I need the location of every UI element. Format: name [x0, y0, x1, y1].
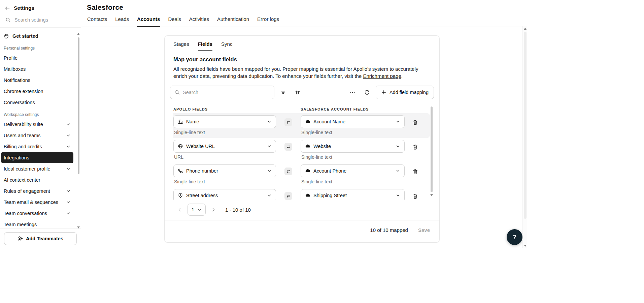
app-window: Settings Get started Personal settings P…	[0, 0, 527, 248]
tab-fields[interactable]: Fields	[198, 41, 212, 51]
tab-authentication[interactable]: Authentication	[217, 14, 249, 27]
page-scrollbar-thumb[interactable]	[524, 32, 527, 219]
tab-deals[interactable]: Deals	[168, 14, 181, 27]
description-period: .	[401, 73, 403, 79]
refresh-button[interactable]	[361, 87, 373, 98]
help-label: ?	[513, 234, 517, 241]
trash-icon	[412, 120, 418, 125]
salesforce-cloud-icon	[305, 193, 310, 198]
page-scrollbar[interactable]	[522, 26, 527, 248]
settings-title: Settings	[14, 5, 34, 11]
delete-mapping-button[interactable]	[409, 190, 421, 200]
table-controls: Add field mapping	[170, 86, 434, 99]
apollo-field-value: Street address	[186, 193, 218, 198]
settings-search-input[interactable]	[14, 17, 65, 23]
sidebar-item-mailboxes[interactable]: Mailboxes	[1, 63, 73, 74]
enrichment-page-link[interactable]: Enrichment page	[363, 73, 401, 79]
salesforce-field-dropdown[interactable]: Shipping Street	[301, 189, 405, 200]
delete-mapping-button[interactable]	[409, 117, 421, 128]
scroll-up-arrow[interactable]	[77, 33, 80, 35]
integration-tabbar: Contacts Leads Accounts Deals Activities…	[81, 14, 527, 27]
tab-stages[interactable]: Stages	[173, 41, 189, 51]
sidebar-item-deliverability-suite[interactable]: Deliverability suite	[1, 119, 73, 130]
next-page-button[interactable]	[208, 204, 218, 215]
chevron-down-icon	[396, 193, 400, 198]
sidebar-item-label: AI context center	[4, 177, 40, 183]
scroll-down-arrow[interactable]	[524, 245, 527, 247]
integration-header: Salesforce Contacts Leads Accounts Deals…	[81, 0, 527, 27]
sidebar-item-get-started[interactable]: Get started	[1, 30, 73, 41]
sidebar-item-conversations[interactable]: Conversations	[1, 97, 73, 108]
add-field-mapping-button[interactable]: Add field mapping	[376, 86, 434, 99]
sidebar-item-ideal-customer-profile[interactable]: Ideal customer profile	[1, 163, 73, 174]
field-search-input[interactable]	[183, 90, 270, 95]
help-button[interactable]: ?	[507, 229, 522, 245]
sidebar-item-label: Users and teams	[4, 133, 41, 138]
refresh-icon	[364, 90, 370, 95]
rows-scroll-down-arrow[interactable]	[430, 194, 433, 196]
pagination: 1 1 - 10 of 10	[175, 204, 439, 216]
tab-activities[interactable]: Activities	[189, 14, 209, 27]
tab-sync[interactable]: Sync	[221, 41, 232, 51]
save-button[interactable]: Save	[414, 224, 434, 236]
sidebar-item-label: Team meetings	[4, 222, 37, 227]
tab-error-logs[interactable]: Error logs	[257, 14, 279, 27]
sidebar-item-team-email-sequences[interactable]: Team email & sequences	[1, 196, 73, 208]
filter-icon	[280, 90, 286, 95]
sidebar-item-rules-of-engagement[interactable]: Rules of engagement	[1, 185, 73, 196]
back-arrow-icon	[5, 5, 10, 11]
current-page: 1	[192, 207, 194, 212]
scroll-down-arrow[interactable]	[77, 226, 80, 229]
salesforce-field-dropdown[interactable]: Website	[301, 140, 405, 153]
sidebar-item-team-meetings[interactable]: Team meetings	[1, 219, 73, 229]
chevron-down-icon	[396, 169, 400, 173]
salesforce-field-dropdown[interactable]: Account Phone	[301, 164, 405, 177]
back-to-settings-button[interactable]: Settings	[0, 0, 81, 14]
apollo-field-dropdown[interactable]: Street address	[173, 189, 276, 200]
apollo-field-dropdown[interactable]: Name	[173, 115, 276, 128]
delete-mapping-button[interactable]	[409, 166, 421, 177]
sort-button[interactable]	[292, 87, 303, 98]
tab-leads[interactable]: Leads	[115, 14, 129, 27]
salesforce-field-type: Single-line text	[301, 130, 405, 136]
salesforce-field-dropdown[interactable]: Account Name	[301, 115, 405, 128]
column-header-apollo: APOLLO FIELDS	[173, 107, 301, 111]
chevron-down-icon	[197, 208, 202, 212]
sidebar-item-team-conversations[interactable]: Team conversations	[1, 208, 73, 219]
sidebar-scrollbar-thumb[interactable]	[78, 37, 79, 174]
salesforce-field-value: Shipping Street	[313, 193, 347, 198]
more-options-button[interactable]	[347, 87, 358, 98]
chevron-down-icon	[267, 119, 272, 124]
sidebar-item-users-and-teams[interactable]: Users and teams	[1, 130, 73, 141]
rows-scrollbar[interactable]	[430, 107, 433, 204]
salesforce-field-value: Website	[313, 144, 331, 149]
rows-scrollbar-thumb[interactable]	[431, 107, 433, 192]
chevron-down-icon	[66, 122, 71, 127]
search-icon	[174, 90, 180, 95]
sidebar-item-chrome-extension[interactable]: Chrome extension	[1, 86, 73, 97]
sidebar-item-label: Team conversations	[4, 211, 47, 216]
sidebar-scrollbar[interactable]	[77, 33, 80, 229]
delete-mapping-button[interactable]	[409, 141, 421, 153]
scroll-up-arrow[interactable]	[524, 28, 527, 30]
tab-contacts[interactable]: Contacts	[87, 14, 107, 27]
filter-button[interactable]	[277, 87, 289, 98]
salesforce-cloud-icon	[305, 119, 310, 124]
sidebar-item-integrations[interactable]: Integrations	[1, 152, 73, 163]
tab-accounts[interactable]: Accounts	[137, 14, 160, 27]
prev-page-button[interactable]	[175, 204, 185, 215]
chevron-down-icon	[66, 133, 71, 138]
chevron-down-icon	[66, 144, 71, 149]
add-teammates-button[interactable]: Add Teammates	[4, 232, 77, 245]
apollo-field-value: Phone number	[186, 168, 218, 174]
sidebar-item-billing-and-credits[interactable]: Billing and credits	[1, 141, 73, 152]
apollo-field-dropdown[interactable]: Website URL	[173, 140, 276, 153]
sidebar-item-profile[interactable]: Profile	[1, 52, 73, 63]
card-footer: 10 of 10 mapped Save	[165, 220, 439, 240]
sidebar-item-ai-context-center[interactable]: AI context center	[1, 174, 73, 185]
sidebar-item-notifications[interactable]: Notifications	[1, 74, 73, 86]
apollo-field-dropdown[interactable]: Phone number	[173, 164, 276, 177]
field-mapping-row: Website URL URL Website	[173, 138, 430, 162]
chevron-down-icon	[66, 211, 71, 216]
page-select[interactable]: 1	[188, 204, 206, 216]
